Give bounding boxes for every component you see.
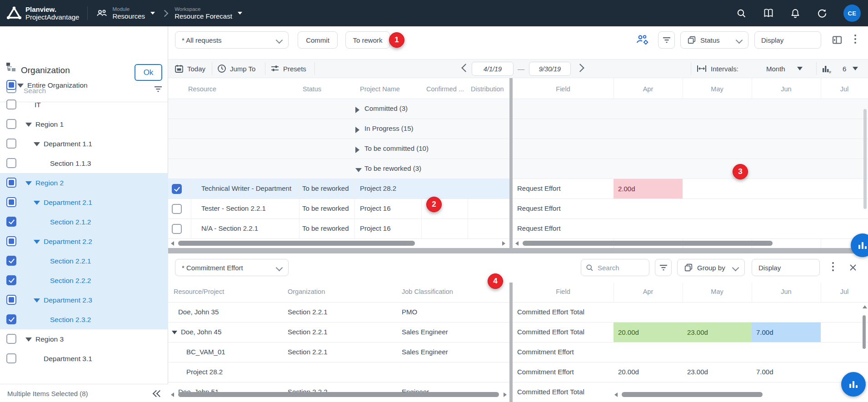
cell-apr-request-effort[interactable]: 2.00d xyxy=(614,179,683,199)
global-search-button[interactable] xyxy=(736,8,747,19)
expand-arrow-icon[interactable] xyxy=(25,123,32,127)
notifications-button[interactable] xyxy=(790,8,800,19)
bottom-search-input[interactable] xyxy=(597,263,644,272)
column-header-apr[interactable]: Apr xyxy=(614,85,683,93)
group-row-committed[interactable]: Committed (3) xyxy=(168,99,868,119)
panel-toggle-icon[interactable] xyxy=(832,35,842,46)
start-date-input[interactable] xyxy=(472,62,514,76)
commitment-row-project-28-2[interactable]: Project 28.2 xyxy=(168,362,509,382)
scroll-up-icon[interactable] xyxy=(863,305,867,308)
tree-item-department-2-3[interactable]: Department 2.3 xyxy=(0,290,168,310)
bottom-display-button[interactable]: Display xyxy=(752,259,820,276)
group-row-to-be-reworked[interactable]: To be reworked (3) xyxy=(168,159,868,179)
presets-button[interactable]: Presets xyxy=(270,60,306,78)
expand-arrow-icon[interactable] xyxy=(34,142,40,146)
documentation-button[interactable] xyxy=(763,8,774,18)
column-header-jul[interactable]: Jul xyxy=(821,288,868,295)
effort-total-row-doe-john-45[interactable]: Committed Effort Total 20.00d 23.00d 7.0… xyxy=(513,323,868,342)
tree-item-region-3[interactable]: Region 3 xyxy=(0,329,168,349)
bottom-search-box[interactable] xyxy=(581,259,649,276)
effort-row-technical-writer[interactable]: Request Effort 2.00d xyxy=(513,179,868,199)
close-panel-icon[interactable] xyxy=(849,263,857,273)
to-rework-button[interactable]: To rework xyxy=(345,31,390,49)
tree-item-region-2[interactable]: Region 2 xyxy=(0,173,168,193)
status-group-dropdown[interactable]: Status xyxy=(680,31,748,49)
grid-splitter-vertical-lower[interactable] xyxy=(509,283,513,402)
column-header-may[interactable]: May xyxy=(683,288,752,295)
tree-checkbox-empty[interactable] xyxy=(6,99,16,109)
interval-count-dropdown[interactable]: 6 xyxy=(843,60,858,78)
group-row-in-progress[interactable]: In Progress (15) xyxy=(168,119,868,139)
column-header-job-classification[interactable]: Job Classification xyxy=(402,288,453,295)
tree-item-entire-organization[interactable]: Entire Organization xyxy=(0,75,168,95)
module-switcher[interactable]: Module Resources xyxy=(112,6,155,20)
tree-item-department-2-1[interactable]: Department 2.1 xyxy=(0,193,168,212)
tree-checkbox-indeterminate[interactable] xyxy=(6,197,16,207)
row-checkbox-empty[interactable] xyxy=(172,224,182,234)
effort-row-tester[interactable]: Request Effort xyxy=(513,199,868,219)
end-date-input[interactable] xyxy=(529,62,571,76)
effort-row-bc-vam-01[interactable]: Commitment Effort xyxy=(513,342,868,362)
tree-item-department-3-1[interactable]: Department 3.1 xyxy=(0,349,168,368)
effort-row-project-28-2[interactable]: Commitment Effort 20.00d 23.00d 7.00d xyxy=(513,362,868,382)
column-header-resource-project[interactable]: Resource/Project xyxy=(174,288,224,295)
cell-jun-commitment[interactable]: 7.00d xyxy=(756,368,773,376)
effort-type-dropdown[interactable]: * Commitment Effort xyxy=(175,259,289,276)
expand-arrow-icon[interactable] xyxy=(25,337,32,342)
column-header-field[interactable]: Field xyxy=(513,288,614,295)
tree-checkbox-indeterminate[interactable] xyxy=(6,236,16,246)
vertical-scrollbar-thumb[interactable] xyxy=(863,109,867,209)
expanded-arrow-icon[interactable] xyxy=(172,331,177,334)
collapse-sidebar-icon[interactable] xyxy=(154,390,162,397)
scroll-right-icon[interactable] xyxy=(502,241,505,246)
tree-item-section-2-2-2[interactable]: Section 2.2.2 xyxy=(0,271,168,290)
scroll-left-icon[interactable] xyxy=(515,241,519,246)
tree-item-region-1[interactable]: Region 1 xyxy=(0,114,168,134)
request-row-tester[interactable]: Tester - Section 2.2.1 To be reworked Pr… xyxy=(168,199,509,219)
tree-checkbox-empty[interactable] xyxy=(6,139,16,149)
tree-item-it[interactable]: IT xyxy=(0,95,168,114)
scroll-right-icon[interactable] xyxy=(504,392,507,397)
tree-checkbox-indeterminate[interactable] xyxy=(6,295,16,305)
tree-checkbox-indeterminate[interactable] xyxy=(6,178,16,188)
column-header-field[interactable]: Field xyxy=(513,85,614,93)
horizontal-scrollbar-thumb[interactable] xyxy=(523,241,773,246)
vertical-scrollbar-thumb[interactable] xyxy=(863,315,866,349)
request-row-technical-writer[interactable]: Technical Writer - Department To be rewo… xyxy=(168,179,509,199)
interval-unit-dropdown[interactable]: Month xyxy=(766,60,803,78)
group-row-to-be-committed[interactable]: To be committed (10) xyxy=(168,139,868,159)
commitment-row-bc-vam-01[interactable]: BC_VAM_01 Section 2.2.1 Sales Engineer xyxy=(168,342,509,362)
workspace-switcher[interactable]: Workspace Resource Forecast xyxy=(175,6,242,20)
tree-checkbox-empty[interactable] xyxy=(6,334,16,344)
tree-item-department-1-1[interactable]: Department 1.1 xyxy=(0,134,168,154)
horizontal-scrollbar-thumb[interactable] xyxy=(178,241,415,246)
horizontal-scrollbar-thumb[interactable] xyxy=(178,392,499,397)
jump-to-button[interactable]: Jump To xyxy=(217,60,255,78)
chart-view-button-lower[interactable] xyxy=(841,372,866,397)
today-button[interactable]: Today xyxy=(175,60,205,78)
column-header-status[interactable]: Status xyxy=(303,85,321,93)
collapsed-arrow-icon[interactable] xyxy=(355,127,359,133)
tree-item-department-2-2[interactable]: Department 2.2 xyxy=(0,232,168,251)
tree-item-section-2-3-2[interactable]: Section 2.3.2 xyxy=(0,310,168,329)
expand-arrow-icon[interactable] xyxy=(34,298,40,303)
cell-apr-committed-total[interactable]: 20.00d xyxy=(614,323,683,342)
tree-checkbox-checked[interactable] xyxy=(6,256,16,266)
refresh-button[interactable] xyxy=(817,8,827,19)
tree-item-section-2-1-2[interactable]: Section 2.1.2 xyxy=(0,212,168,232)
tree-item-section-1-1-3[interactable]: Section 1.1.3 xyxy=(0,154,168,173)
request-filter-dropdown[interactable]: * All requests xyxy=(175,31,289,49)
collapsed-arrow-icon[interactable] xyxy=(355,147,359,153)
tree-checkbox-indeterminate[interactable] xyxy=(6,80,16,90)
bottom-filter-button[interactable] xyxy=(655,259,672,276)
user-avatar[interactable]: CE xyxy=(843,5,861,22)
bottom-more-options-icon[interactable] xyxy=(832,262,834,273)
cell-may-committed-total[interactable]: 23.00d xyxy=(683,323,752,342)
commitment-row-doe-john-45[interactable]: Doe, John 45 Section 2.2.1 Sales Enginee… xyxy=(168,323,509,342)
effort-total-row-doe-john-35[interactable]: Committed Effort Total xyxy=(513,303,868,323)
expand-arrow-icon[interactable] xyxy=(34,240,40,244)
column-header-may[interactable]: May xyxy=(683,85,752,93)
more-options-icon[interactable] xyxy=(854,35,856,45)
expand-arrow-icon[interactable] xyxy=(34,201,40,205)
column-header-distribution[interactable]: Distribution xyxy=(471,85,509,93)
